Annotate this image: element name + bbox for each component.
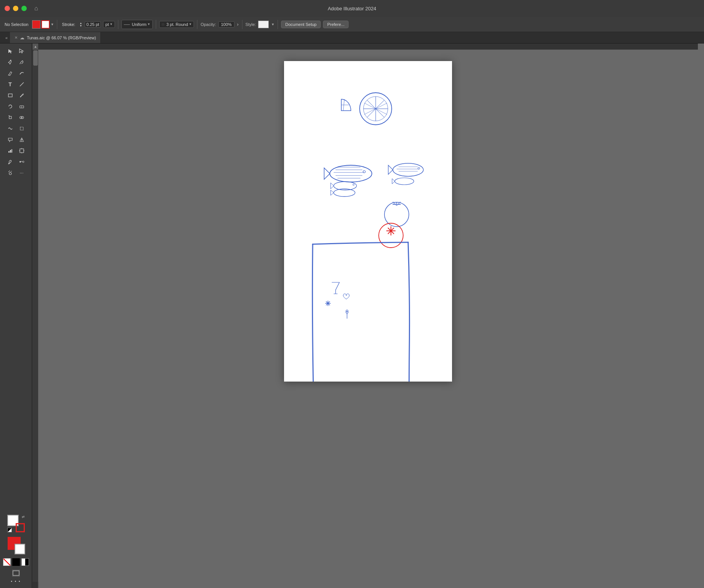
opacity-more-btn[interactable]: › xyxy=(237,22,239,27)
rotate-tool[interactable] xyxy=(5,101,16,112)
selection-tool[interactable] xyxy=(5,46,16,56)
fill-stroke-box: ▼ xyxy=(32,20,54,29)
canvas-viewport[interactable] xyxy=(38,50,698,588)
tool-row-11 xyxy=(5,156,27,167)
stroke-style-dropdown[interactable]: — Uniform ▼ xyxy=(121,20,152,29)
style-dropdown-arrow[interactable]: ▼ xyxy=(271,23,274,26)
eyedropper-tool[interactable] xyxy=(5,156,16,167)
fish-medium-right xyxy=(388,163,423,176)
freeform-pen-tool[interactable] xyxy=(16,57,27,68)
svg-point-22 xyxy=(9,171,10,171)
stroke-unit-label: pt xyxy=(105,22,109,27)
comment-tool[interactable] xyxy=(5,134,16,145)
perspective-grid-tool[interactable] xyxy=(16,134,27,145)
more-tools[interactable]: ··· xyxy=(16,168,27,178)
home-button[interactable]: ⌂ xyxy=(34,5,38,12)
blend-tool[interactable] xyxy=(16,156,27,167)
no-selection-indicator[interactable]: No Selection xyxy=(3,21,30,27)
stroke-display[interactable] xyxy=(15,544,25,554)
shape-builder-tool[interactable] xyxy=(16,112,27,123)
svg-line-1 xyxy=(20,82,24,86)
tool-row-1 xyxy=(5,46,27,56)
citrus-half-small xyxy=(341,99,351,111)
maximize-button[interactable] xyxy=(21,6,27,11)
collapse-button[interactable]: « xyxy=(3,32,10,43)
style-swatch[interactable] xyxy=(258,21,269,28)
scroll-track[interactable] xyxy=(32,50,38,582)
black-swatch[interactable] xyxy=(12,558,20,566)
brush-style-dropdown[interactable]: 3 pt. Round ▼ xyxy=(159,21,194,28)
half-swatch[interactable] xyxy=(21,558,29,566)
smooth-tool[interactable] xyxy=(16,68,27,79)
fill-stroke-display xyxy=(6,535,26,555)
svg-point-20 xyxy=(9,172,11,175)
stroke-unit-arrow: ▼ xyxy=(110,23,113,26)
opacity-label: Opacity: xyxy=(200,22,216,27)
svg-rect-9 xyxy=(8,151,10,153)
direct-selection-tool[interactable] xyxy=(16,46,27,56)
scroll-up-btn[interactable]: ▲ xyxy=(32,43,39,50)
tool-row-7 xyxy=(5,112,27,123)
free-transform-tool[interactable] xyxy=(16,123,27,134)
stroke-spinner[interactable]: ▲ ▼ xyxy=(79,22,82,27)
chart-tool[interactable] xyxy=(5,145,16,156)
none-swatch[interactable] xyxy=(3,558,11,566)
pen-tool[interactable] xyxy=(5,57,16,68)
eraser-tool[interactable] xyxy=(16,101,27,112)
tomato-blue xyxy=(384,202,409,227)
preferences-button[interactable]: Prefere... xyxy=(323,21,349,28)
svg-rect-11 xyxy=(11,149,12,153)
app-title: Adobe Illustrator 2024 xyxy=(328,6,376,11)
stroke-indicator[interactable] xyxy=(16,523,25,532)
tool-row-12: ··· xyxy=(5,168,27,178)
close-button[interactable] xyxy=(5,6,10,11)
svg-rect-12 xyxy=(20,149,24,153)
svg-point-19 xyxy=(23,161,24,163)
tool-row-8 xyxy=(5,123,27,134)
tab-close-button[interactable]: ✕ xyxy=(15,35,18,40)
canvas-area[interactable]: ▲ ▼ xyxy=(32,43,704,588)
left-toolbar: T xyxy=(0,43,32,588)
rectangle-tool[interactable] xyxy=(5,90,16,101)
dropdown-arrow[interactable]: ▼ xyxy=(50,23,54,26)
tool-row-9 xyxy=(5,134,27,145)
divider-1 xyxy=(57,20,57,29)
ruler-top-marks xyxy=(38,43,698,50)
cloud-icon: ☁ xyxy=(20,35,24,40)
stroke-down-btn[interactable]: ▼ xyxy=(79,24,82,27)
stroke-unit-dropdown[interactable]: pt ▼ xyxy=(103,21,115,28)
document-tab[interactable]: ✕ ☁ Tunas.aic @ 66.07 % (RGB/Preview) xyxy=(10,32,101,43)
artboard-tool[interactable] xyxy=(16,145,27,156)
extra-row-2: • • • xyxy=(11,579,21,583)
stroke-color-swatch[interactable] xyxy=(41,20,50,29)
divider-4 xyxy=(197,20,197,29)
screen-mode-btn[interactable] xyxy=(11,568,21,578)
artwork-svg xyxy=(284,61,452,382)
stroke-value-input[interactable] xyxy=(85,21,101,27)
minimize-button[interactable] xyxy=(13,6,18,11)
document-setup-button[interactable]: Document Setup xyxy=(281,21,321,28)
bottom-tools: • • • xyxy=(11,568,21,586)
type-tool[interactable]: T xyxy=(5,79,16,90)
divider-5 xyxy=(242,20,242,29)
pencil-tool[interactable] xyxy=(5,68,16,79)
warp-tool[interactable] xyxy=(5,123,16,134)
fill-color-swatch[interactable] xyxy=(32,20,40,29)
artboard xyxy=(284,61,452,382)
scale-tool[interactable] xyxy=(5,112,16,123)
svg-rect-25 xyxy=(38,43,698,50)
line-tool[interactable] xyxy=(16,79,27,90)
swap-icon[interactable]: ⇌ xyxy=(22,515,25,519)
scroll-thumb[interactable] xyxy=(33,50,38,66)
more-dots[interactable]: • • • xyxy=(11,579,21,583)
fill-stroke-indicator: ⇌ xyxy=(7,515,25,532)
reset-colors-icon[interactable] xyxy=(7,528,12,532)
divider-6 xyxy=(278,20,278,29)
style-label: Style: xyxy=(245,22,256,27)
stroke-up-btn[interactable]: ▲ xyxy=(79,22,82,24)
symbol-sprayer-tool[interactable] xyxy=(5,168,16,178)
tool-row-4: T xyxy=(5,79,27,90)
main-area: T xyxy=(0,43,704,588)
paintbrush-tool[interactable] xyxy=(16,90,27,101)
opacity-input[interactable] xyxy=(218,21,234,27)
